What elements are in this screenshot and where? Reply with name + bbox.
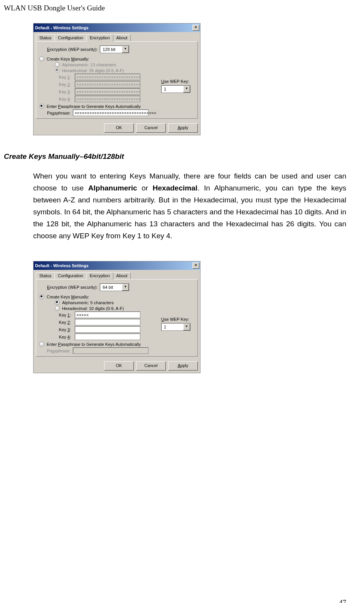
key2-input: ×××××××××××××××××××××××××× (75, 81, 140, 88)
key2-label: Key 2: (55, 82, 71, 87)
passphrase-option-label: Enter Passphrase to Generate Keys Automa… (47, 342, 141, 347)
window-title: Default - Wireless Settings (35, 263, 89, 268)
radio-passphrase[interactable] (39, 104, 44, 109)
chevron-down-icon[interactable]: ▼ (183, 323, 190, 330)
doc-header: WLAN USB Dongle User's Guide (4, 4, 346, 12)
ok-button[interactable]: OK (104, 123, 134, 133)
titlebar[interactable]: Default - Wireless Settings × (34, 24, 200, 32)
key2-input[interactable] (75, 319, 140, 325)
cancel-button[interactable]: Cancel (136, 123, 166, 133)
apply-button[interactable]: Apply (168, 361, 198, 371)
create-manually-label: Create Keys Manually: (47, 295, 89, 299)
key1-label: Key 1: (55, 313, 71, 317)
hexadecimal-label: Hexadecimal: 10 digits (0-9, A-F) (62, 306, 124, 311)
key4-label: Key 4: (55, 97, 71, 101)
use-wep-select[interactable]: 1 ▼ (161, 85, 190, 93)
key3-input: ×××××××××××××××××××××××××× (75, 88, 140, 95)
key2-label: Key 2: (55, 320, 71, 325)
section-heading: Create Keys Manually–64bit/128bit (4, 152, 346, 161)
chevron-down-icon[interactable]: ▼ (122, 46, 129, 53)
close-icon[interactable]: × (192, 263, 199, 269)
chevron-down-icon[interactable]: ▼ (122, 284, 129, 291)
key3-label: Key 3: (55, 89, 71, 94)
alphanumeric-label: Alphanumeric: 5 characters (62, 300, 114, 305)
tab-about[interactable]: About (113, 34, 131, 41)
use-wep-label: Use WEP Key: (161, 79, 190, 84)
create-manually-label: Create Keys Manually: (47, 57, 89, 61)
use-wep-label: Use WEP Key: (161, 317, 190, 322)
tab-encryption[interactable]: Encryption (86, 34, 113, 42)
encryption-select[interactable]: 128 bit ▼ (100, 45, 129, 53)
passphrase-option-label: Enter Passphrase to Generate Keys Automa… (47, 104, 141, 109)
key4-label: Key 4: (55, 335, 71, 339)
apply-button[interactable]: Apply (168, 123, 198, 133)
chevron-down-icon[interactable]: ▼ (183, 86, 190, 93)
alphanumeric-label: Alphanumeric: 13 characters (62, 62, 116, 67)
radio-create-manually[interactable] (39, 294, 44, 299)
titlebar[interactable]: Default - Wireless Settings × (34, 261, 200, 270)
window-title: Default - Wireless Settings (35, 25, 89, 30)
use-wep-select[interactable]: 1 ▼ (161, 323, 190, 331)
radio-hexadecimal[interactable] (55, 306, 60, 311)
key3-label: Key 3: (55, 327, 71, 332)
tab-configuration[interactable]: Configuration (54, 34, 86, 41)
dialog-wireless-settings-1: Default - Wireless Settings × Status Con… (33, 23, 201, 135)
tab-status[interactable]: Status (36, 34, 55, 41)
key3-input[interactable] (75, 326, 140, 333)
key4-input: ×××××××××××××××××××××××××× (75, 96, 140, 102)
key1-input[interactable]: ××××× (75, 312, 140, 318)
radio-alphanumeric (55, 62, 60, 67)
passphrase-input[interactable]: ××××××××××××××××××××××××××××××××× (73, 109, 148, 116)
hexadecimal-label: Hexadecimal: 26 digits (0-9, A-F) (62, 68, 124, 73)
tab-about[interactable]: About (113, 272, 131, 279)
ok-button[interactable]: OK (104, 361, 134, 371)
tab-configuration[interactable]: Configuration (54, 272, 86, 279)
tab-status[interactable]: Status (36, 272, 55, 279)
use-wep-value: 1 (162, 325, 183, 329)
key1-input: ×××××××××××××××××××××××××× (75, 74, 140, 80)
close-icon[interactable]: × (192, 25, 199, 31)
encryption-label: Encryption (WEP security): (47, 285, 98, 290)
body-paragraph: When you want to entering Keys Manually,… (33, 170, 346, 242)
use-wep-value: 1 (162, 87, 183, 91)
cancel-button[interactable]: Cancel (136, 361, 166, 371)
key1-label: Key 1: (55, 75, 71, 79)
passphrase-label: Passphrase: (47, 111, 71, 115)
radio-create-manually[interactable] (39, 56, 44, 61)
radio-passphrase[interactable] (39, 342, 44, 347)
radio-alphanumeric[interactable] (55, 300, 60, 305)
passphrase-input (73, 347, 148, 354)
page-number: 47 (339, 598, 346, 603)
tab-encryption[interactable]: Encryption (86, 272, 113, 280)
key4-input[interactable] (75, 334, 140, 340)
encryption-select[interactable]: 64 bit ▼ (100, 283, 129, 291)
dialog-wireless-settings-2: Default - Wireless Settings × Status Con… (33, 261, 201, 373)
encryption-value: 128 bit (100, 47, 122, 52)
passphrase-label: Passphrase: (47, 349, 71, 353)
encryption-value: 64 bit (100, 285, 122, 290)
radio-hexadecimal (55, 68, 60, 73)
encryption-label: Encryption (WEP security): (47, 47, 98, 52)
